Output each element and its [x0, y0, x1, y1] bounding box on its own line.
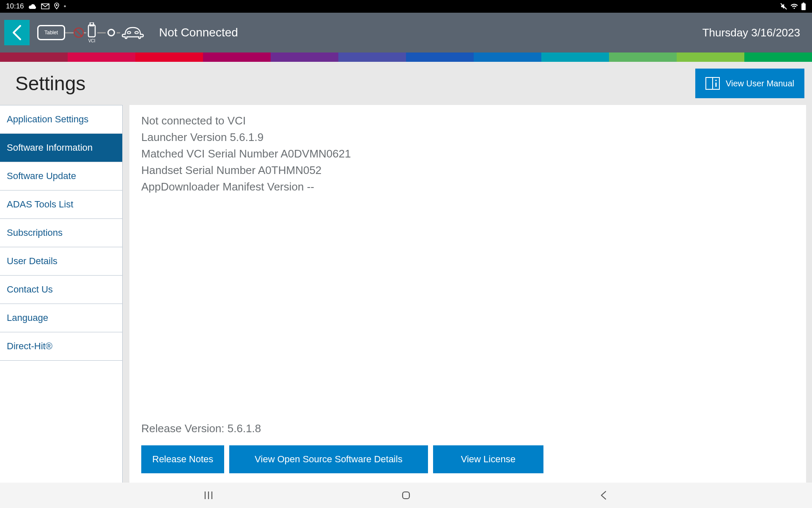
color-segment — [68, 52, 135, 62]
release-version: Release Version: 5.6.1.8 — [141, 422, 794, 435]
svg-rect-4 — [88, 25, 95, 37]
android-status-bar: 10:16 • — [0, 0, 812, 13]
color-segment — [203, 52, 271, 62]
sidebar-item-software-information[interactable]: Software Information — [0, 134, 122, 162]
car-icon — [122, 23, 144, 42]
svg-point-6 — [127, 32, 131, 34]
location-icon — [54, 3, 60, 10]
app-header: Tablet VCI Not Connected Thursday 3/16/2… — [0, 13, 812, 52]
info-line: Matched VCI Serial Number A0DVMN0621 — [141, 146, 794, 162]
release-notes-button[interactable]: Release Notes — [141, 445, 224, 473]
sidebar-item-application-settings[interactable]: Application Settings — [0, 105, 122, 134]
page-header: Settings View User Manual — [0, 62, 812, 105]
software-info-panel: Not connected to VCILauncher Version 5.6… — [129, 105, 806, 485]
view-user-manual-button[interactable]: View User Manual — [695, 69, 804, 98]
chain-line — [65, 32, 74, 33]
sidebar-item-software-update[interactable]: Software Update — [0, 162, 122, 190]
nav-back-button[interactable] — [595, 487, 612, 504]
sidebar-item-adas-tools-list[interactable]: ADAS Tools List — [0, 190, 122, 219]
color-segment — [744, 52, 812, 62]
circle-node — [107, 29, 115, 36]
header-date: Thursday 3/16/2023 — [702, 26, 800, 39]
chain-line — [117, 32, 120, 33]
wifi-icon — [790, 3, 798, 10]
chain-line — [97, 32, 106, 33]
info-line: Handset Serial Number A0THMN052 — [141, 162, 794, 179]
color-strip — [0, 52, 812, 62]
android-nav-bar — [0, 483, 812, 508]
svg-point-0 — [56, 4, 58, 6]
recent-apps-button[interactable] — [200, 487, 217, 504]
settings-sidebar: Application SettingsSoftware Information… — [0, 105, 123, 485]
tablet-node: Tablet — [37, 25, 65, 40]
connection-status-label: Not Connected — [159, 26, 238, 39]
color-segment — [406, 52, 474, 62]
page-title: Settings — [15, 72, 85, 95]
mute-icon — [780, 3, 787, 10]
color-segment — [474, 52, 541, 62]
back-button[interactable] — [4, 20, 30, 45]
color-segment — [677, 52, 744, 62]
color-segment — [541, 52, 609, 62]
svg-point-10 — [715, 80, 717, 81]
battery-icon — [801, 3, 806, 10]
cloud-icon — [28, 3, 37, 9]
vci-node: VCI — [86, 22, 97, 43]
sidebar-item-direct-hit-[interactable]: Direct-Hit® — [0, 332, 122, 361]
sidebar-item-subscriptions[interactable]: Subscriptions — [0, 219, 122, 247]
info-line: Launcher Version 5.6.1.9 — [141, 129, 794, 146]
open-source-details-button[interactable]: View Open Source Software Details — [229, 445, 428, 473]
status-time: 10:16 — [6, 2, 24, 11]
color-segment — [135, 52, 203, 62]
color-segment — [609, 52, 677, 62]
svg-point-7 — [135, 32, 138, 34]
sidebar-item-contact-us[interactable]: Contact Us — [0, 276, 122, 304]
connection-chain: Tablet VCI — [37, 22, 144, 43]
color-segment — [271, 52, 338, 62]
info-line: Not connected to VCI — [141, 113, 794, 129]
color-segment — [338, 52, 406, 62]
svg-rect-3 — [803, 3, 804, 4]
view-license-button[interactable]: View License — [433, 445, 543, 473]
view-manual-label: View User Manual — [726, 79, 794, 88]
book-info-icon — [705, 77, 720, 90]
svg-rect-2 — [801, 3, 806, 10]
sidebar-item-language[interactable]: Language — [0, 304, 122, 332]
info-lines: Not connected to VCILauncher Version 5.6… — [141, 113, 794, 195]
gmail-icon — [41, 3, 49, 9]
svg-rect-15 — [403, 492, 409, 499]
dot-icon: • — [64, 2, 66, 11]
home-button[interactable] — [398, 487, 414, 504]
svg-rect-5 — [90, 22, 93, 26]
info-line: AppDownloader Manifest Version -- — [141, 179, 794, 195]
blocked-icon — [74, 28, 84, 38]
sidebar-item-user-details[interactable]: User Details — [0, 247, 122, 276]
color-segment — [0, 52, 68, 62]
